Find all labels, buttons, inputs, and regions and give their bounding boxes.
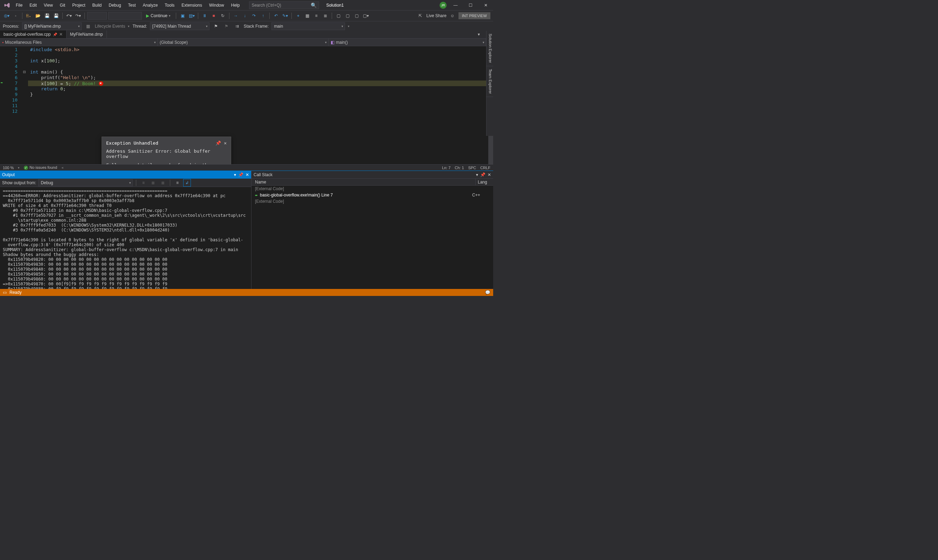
flag-icon[interactable]: ⚑ [212,22,220,30]
save-icon[interactable]: 💾 [43,12,51,20]
file-tab-active[interactable]: basic-global-overflow.cpp 📌 ✕ [0,31,66,38]
menu-help[interactable]: Help [228,1,243,9]
config-dropdown[interactable] [87,12,107,20]
flag-icon-2[interactable]: ⚑ [223,22,231,30]
file-tab-label: MyFileName.dmp [70,32,103,37]
menu-git[interactable]: Git [57,1,68,9]
file-tabstrip: basic-global-overflow.cpp 📌 ✕ MyFileName… [0,31,493,38]
save-all-icon[interactable]: 💾 [52,12,60,20]
callstack-col-lang[interactable]: Lang [476,178,493,185]
user-avatar[interactable]: JR [440,2,447,9]
callstack-header[interactable]: Call Stack ▾ 📌 ✕ [252,171,493,178]
lifecycle-label[interactable]: Lifecycle Events [95,24,125,29]
maximize-button[interactable]: ☐ [464,0,477,10]
tool-icon-e[interactable]: ≡ [312,12,320,20]
pin-icon[interactable]: 📌 [480,172,486,177]
restart-icon[interactable]: ↻ [219,12,227,20]
continue-button[interactable]: ▶ Continue ▾ [143,12,174,20]
pin-icon[interactable]: 📌 [215,140,221,146]
out-tool-4[interactable]: ≡ [174,179,181,187]
step-into-icon[interactable]: ↓ [241,12,249,20]
tool-icon-f[interactable]: ≣ [321,12,329,20]
tool-icon-d[interactable]: ▦ [303,12,311,20]
nav-fwd-icon[interactable]: ◦ [12,12,20,20]
chevron-down-icon[interactable]: ▾ [234,172,236,177]
menu-build[interactable]: Build [89,1,105,9]
liveshare-label[interactable]: Live Share [426,13,446,18]
output-from-dropdown[interactable]: Debug [38,179,133,186]
pin-icon[interactable]: 📌 [53,32,57,37]
chevron-down-icon[interactable]: ▾ [476,172,478,177]
menu-project[interactable]: Project [69,1,88,9]
nav-member-dropdown[interactable]: ◧ main() [329,38,486,46]
bookmark-icon-3[interactable]: ▢ [353,12,360,20]
out-tool-1[interactable]: ≡ [139,179,147,187]
feedback-icon[interactable]: ☺ [449,12,457,20]
undo-icon[interactable]: ↶▾ [65,12,73,20]
side-tab-solution-explorer[interactable]: Solution Explorer [486,31,493,66]
step-over-icon[interactable]: ↷ [250,12,258,20]
open-icon[interactable]: 📂 [34,12,42,20]
search-input[interactable]: Search (Ctrl+Q) 🔍 [249,2,319,9]
menu-test[interactable]: Test [125,1,139,9]
callstack-row[interactable]: ➨basic-global-overflow.exe!main() Line 7… [252,192,493,198]
pause-icon[interactable]: ⏸ [201,12,208,20]
ok-icon: ✓ [24,166,28,170]
step-icon-1[interactable]: → [232,12,240,20]
file-tab-background[interactable]: MyFileName.dmp [66,31,107,38]
notifications-icon[interactable]: 💬 [485,290,491,295]
tool-icon-b[interactable]: ✎▾ [281,12,289,20]
menu-edit[interactable]: Edit [26,1,40,9]
debug-icon-2[interactable]: ▤▾ [188,12,195,20]
bookmark-icon-4[interactable]: ▢▾ [362,12,369,20]
menu-debug[interactable]: Debug [105,1,124,9]
close-icon[interactable]: ✕ [246,172,249,177]
callstack-col-name[interactable]: Name [252,178,476,185]
solution-name: Solution1 [326,3,344,8]
out-wrap-icon[interactable]: ↲ [183,179,191,187]
new-item-icon[interactable]: ⎘▾ [25,12,32,20]
tool-icon-c[interactable]: ⌖ [294,12,302,20]
bookmark-icon-2[interactable]: ▢ [344,12,351,20]
lifecycle-icon[interactable]: ▦ [85,22,92,30]
code-editor[interactable]: ➨ 123456789101112 ⊟ #include <stdio.h>in… [0,46,493,164]
callstack-row[interactable]: [External Code] [252,198,493,205]
output-text[interactable]: ========================================… [0,187,251,289]
output-header[interactable]: Output ▾ 📌 ✕ [0,171,251,178]
process-dropdown[interactable]: [] MyFileName.dmp [22,22,81,30]
tool-icon-a[interactable]: ↶ [272,12,280,20]
liveshare-icon[interactable]: ⇱ [417,12,424,20]
menu-extensions[interactable]: Extensions [178,1,205,9]
tabstrip-dropdown-icon[interactable]: ▾ [475,31,483,38]
platform-dropdown[interactable] [108,12,142,20]
menu-analyze[interactable]: Analyze [140,1,161,9]
callstack-row-text: [External Code] [255,199,284,204]
execution-arrow-icon: ➨ [1,80,3,85]
pin-icon[interactable]: 📌 [238,172,243,177]
close-icon[interactable]: ✕ [487,172,491,177]
zoom-level[interactable]: 100 % [3,166,14,170]
thread-icon[interactable]: ⇉ [233,22,241,30]
thread-dropdown[interactable]: [74992] Main Thread [150,22,209,30]
close-button[interactable]: ✕ [480,0,492,10]
close-icon[interactable]: ✕ [224,140,227,146]
stackframe-dropdown[interactable]: main [271,22,345,30]
side-tab-team-explorer[interactable]: Team Explorer [486,66,493,97]
minimize-button[interactable]: — [449,0,462,10]
nav-back-icon[interactable]: ◎▾ [3,12,11,20]
menu-window[interactable]: Window [206,1,227,9]
redo-icon[interactable]: ↷▾ [74,12,82,20]
step-out-icon[interactable]: ↑ [259,12,267,20]
debug-icon-1[interactable]: ▣ [178,12,186,20]
menu-tools[interactable]: Tools [161,1,178,9]
nav-scope-dropdown[interactable]: (Global Scope) [158,38,329,46]
stop-icon[interactable]: ■ [210,12,217,20]
menu-file[interactable]: File [12,1,26,9]
nav-project-dropdown[interactable]: ▪ Miscellaneous Files [0,38,158,46]
bookmark-icon[interactable]: ▢ [335,12,342,20]
menu-view[interactable]: View [41,1,56,9]
callstack-row[interactable]: [External Code] [252,186,493,192]
close-tab-icon[interactable]: ✕ [59,32,63,37]
out-tool-3[interactable]: ≣ [159,179,167,187]
out-tool-2[interactable]: ≣ [149,179,157,187]
